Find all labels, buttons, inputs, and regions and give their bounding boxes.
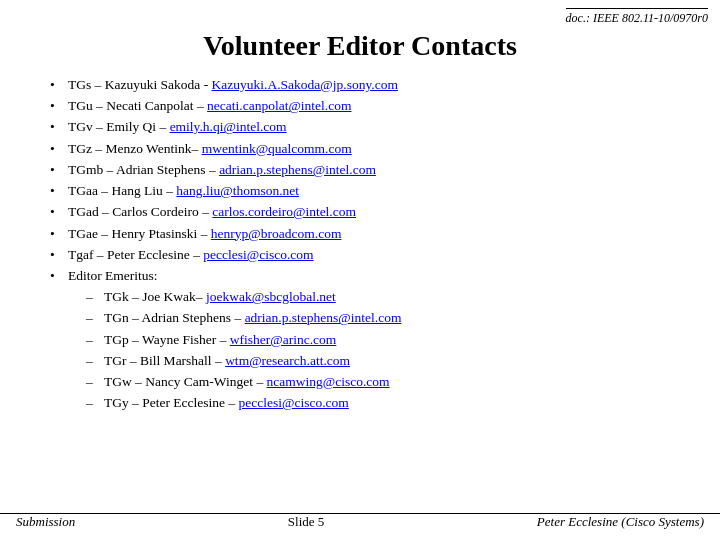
sub-list: –TGk – Joe Kwak– joekwak@sbcglobal.net–T… (86, 288, 680, 412)
item-text: TGae – Henry Ptasinski – henryp@broadcom… (68, 225, 680, 243)
doc-reference: doc.: IEEE 802.11-10/0970r0 (566, 8, 708, 26)
item-text: TGad – Carlos Cordeiro – carlos.cordeiro… (68, 203, 680, 221)
sub-item-text: TGy – Peter Ecclesine – pecclesi@cisco.c… (104, 394, 349, 412)
sub-list-item: –TGn – Adrian Stephens – adrian.p.stephe… (86, 309, 680, 327)
item-text: Tgaf – Peter Ecclesine – pecclesi@cisco.… (68, 246, 680, 264)
sub-item-text: TGn – Adrian Stephens – adrian.p.stephen… (104, 309, 401, 327)
email-link[interactable]: carlos.cordeiro@intel.com (212, 204, 356, 219)
item-text: TGs – Kazuyuki Sakoda - Kazuyuki.A.Sakod… (68, 76, 680, 94)
list-item: •Editor Emeritus: (50, 267, 680, 285)
dash-icon: – (86, 352, 104, 370)
bullet-icon: • (50, 161, 68, 179)
item-text: TGu – Necati Canpolat – necati.canpolat@… (68, 97, 680, 115)
item-text: TGv – Emily Qi – emily.h.qi@intel.com (68, 118, 680, 136)
sub-list-item: –TGy – Peter Ecclesine – pecclesi@cisco.… (86, 394, 680, 412)
page-title: Volunteer Editor Contacts (0, 30, 720, 62)
list-item: •Tgaf – Peter Ecclesine – pecclesi@cisco… (50, 246, 680, 264)
list-item: •TGu – Necati Canpolat – necati.canpolat… (50, 97, 680, 115)
email-link[interactable]: wfisher@arinc.com (230, 332, 337, 347)
email-link[interactable]: ncamwing@cisco.com (267, 374, 390, 389)
email-link[interactable]: hang.liu@thomson.net (176, 183, 299, 198)
dash-icon: – (86, 373, 104, 391)
email-link[interactable]: henryp@broadcom.com (211, 226, 342, 241)
item-text: TGmb – Adrian Stephens – adrian.p.stephe… (68, 161, 680, 179)
sub-item-text: TGr – Bill Marshall – wtm@research.att.c… (104, 352, 350, 370)
main-content: •TGs – Kazuyuki Sakoda - Kazuyuki.A.Sako… (0, 76, 720, 413)
sub-item-text: TGk – Joe Kwak– joekwak@sbcglobal.net (104, 288, 336, 306)
dash-icon: – (86, 288, 104, 306)
sub-list-item: –TGw – Nancy Cam-Winget – ncamwing@cisco… (86, 373, 680, 391)
sub-list-item: –TGr – Bill Marshall – wtm@research.att.… (86, 352, 680, 370)
list-item: •TGmb – Adrian Stephens – adrian.p.steph… (50, 161, 680, 179)
bullet-icon: • (50, 246, 68, 264)
list-item: •TGv – Emily Qi – emily.h.qi@intel.com (50, 118, 680, 136)
email-link[interactable]: adrian.p.stephens@intel.com (245, 310, 402, 325)
email-link[interactable]: emily.h.qi@intel.com (170, 119, 287, 134)
list-item: •TGaa – Hang Liu – hang.liu@thomson.net (50, 182, 680, 200)
email-link[interactable]: mwentink@qualcomm.com (202, 141, 352, 156)
dash-icon: – (86, 309, 104, 327)
bullet-icon: • (50, 118, 68, 136)
footer: Submission Slide 5 Peter Ecclesine (Cisc… (0, 513, 720, 530)
dash-icon: – (86, 331, 104, 349)
footer-left: Submission (16, 514, 75, 530)
sub-list-item: –TGk – Joe Kwak– joekwak@sbcglobal.net (86, 288, 680, 306)
item-text: TGz – Menzo Wentink– mwentink@qualcomm.c… (68, 140, 680, 158)
email-link[interactable]: necati.canpolat@intel.com (207, 98, 351, 113)
email-link[interactable]: wtm@research.att.com (225, 353, 350, 368)
list-item: •TGae – Henry Ptasinski – henryp@broadco… (50, 225, 680, 243)
bullet-icon: • (50, 182, 68, 200)
bullet-icon: • (50, 76, 68, 94)
item-text: Editor Emeritus: (68, 267, 680, 285)
list-item: •TGs – Kazuyuki Sakoda - Kazuyuki.A.Sako… (50, 76, 680, 94)
email-link[interactable]: joekwak@sbcglobal.net (206, 289, 336, 304)
dash-icon: – (86, 394, 104, 412)
sub-item-text: TGw – Nancy Cam-Winget – ncamwing@cisco.… (104, 373, 390, 391)
email-link[interactable]: Kazuyuki.A.Sakoda@jp.sony.com (212, 77, 398, 92)
email-link[interactable]: pecclesi@cisco.com (203, 247, 313, 262)
main-list: •TGs – Kazuyuki Sakoda - Kazuyuki.A.Sako… (50, 76, 680, 413)
footer-center: Slide 5 (288, 514, 324, 530)
bullet-icon: • (50, 267, 68, 285)
email-link[interactable]: adrian.p.stephens@intel.com (219, 162, 376, 177)
list-item: •TGz – Menzo Wentink– mwentink@qualcomm.… (50, 140, 680, 158)
sub-list-item: –TGp – Wayne Fisher – wfisher@arinc.com (86, 331, 680, 349)
sub-item-text: TGp – Wayne Fisher – wfisher@arinc.com (104, 331, 336, 349)
email-link[interactable]: pecclesi@cisco.com (239, 395, 349, 410)
bullet-icon: • (50, 203, 68, 221)
footer-right: Peter Ecclesine (Cisco Systems) (537, 514, 704, 530)
list-item: •TGad – Carlos Cordeiro – carlos.cordeir… (50, 203, 680, 221)
bullet-icon: • (50, 97, 68, 115)
bullet-icon: • (50, 140, 68, 158)
item-text: TGaa – Hang Liu – hang.liu@thomson.net (68, 182, 680, 200)
bullet-icon: • (50, 225, 68, 243)
